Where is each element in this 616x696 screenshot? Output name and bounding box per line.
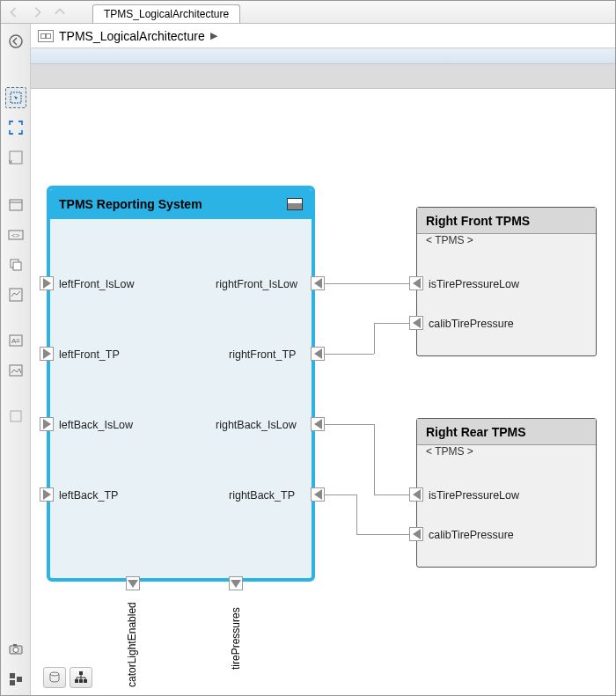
svg-point-0 xyxy=(10,35,22,48)
svg-rect-9 xyxy=(10,289,22,301)
port-tire-pressures: tirePressures xyxy=(230,607,242,670)
svg-rect-17 xyxy=(10,673,15,678)
tool-back-icon[interactable] xyxy=(5,31,26,52)
port-leftback-tp[interactable]: leftBack_TP xyxy=(59,489,118,502)
wire xyxy=(325,495,356,495)
port-in-box[interactable] xyxy=(311,347,325,361)
gray-toolbar xyxy=(31,64,615,89)
port-in-box[interactable] xyxy=(40,276,54,290)
wire xyxy=(374,323,375,354)
block-stereotype: < TPMS > xyxy=(417,234,596,252)
tool-zoom-icon[interactable] xyxy=(5,147,26,168)
tool-code-icon[interactable]: <> xyxy=(5,224,26,245)
port-rightback-tp[interactable]: rightBack_TP xyxy=(229,489,295,502)
port-out-box[interactable] xyxy=(126,576,140,590)
block-title: TPMS Reporting System xyxy=(59,197,202,211)
port-in-box[interactable] xyxy=(40,347,54,361)
port-in-box[interactable] xyxy=(311,417,325,431)
port-indicator-light: catorLightEnabled xyxy=(126,602,138,687)
tool-select-icon[interactable] xyxy=(5,87,26,108)
tool-annotation-icon[interactable]: A≡ xyxy=(5,330,26,351)
port-leftfront-islow[interactable]: leftFront_IsLow xyxy=(59,278,134,290)
svg-rect-24 xyxy=(84,679,87,683)
subsystem-icon xyxy=(287,198,303,210)
tool-copy-icon[interactable] xyxy=(5,254,26,275)
svg-point-20 xyxy=(50,672,59,676)
port-rightfront-tp[interactable]: rightFront_TP xyxy=(229,348,296,361)
svg-rect-22 xyxy=(75,679,78,683)
tool-blank-icon[interactable] xyxy=(5,406,26,427)
chevron-right-icon[interactable]: ▶ xyxy=(210,30,217,41)
svg-rect-13 xyxy=(11,411,21,421)
wire xyxy=(374,323,409,324)
port-in-box[interactable] xyxy=(40,417,54,431)
svg-rect-3 xyxy=(10,200,22,210)
wire xyxy=(374,424,375,495)
port-rf-istirepressurelow[interactable]: isTirePressureLow xyxy=(429,278,519,290)
tool-fit-icon[interactable] xyxy=(5,117,26,138)
diagram-canvas[interactable]: TPMS Reporting System leftFront_IsLow le… xyxy=(31,89,615,695)
block-header: Right Front TPMS xyxy=(417,208,596,234)
port-rf-calibtirepressure[interactable]: calibTirePressure xyxy=(429,318,514,330)
wire xyxy=(325,354,374,355)
wire xyxy=(356,495,357,534)
svg-rect-19 xyxy=(17,677,22,682)
port-in-box[interactable] xyxy=(311,276,325,290)
tool-camera-icon[interactable] xyxy=(5,639,26,660)
svg-rect-23 xyxy=(79,679,83,683)
block-title: Right Rear TPMS xyxy=(426,425,526,439)
port-rightback-islow[interactable]: rightBack_IsLow xyxy=(216,419,297,431)
svg-rect-21 xyxy=(79,671,83,675)
hierarchy-icon[interactable] xyxy=(70,667,92,688)
port-leftfront-tp[interactable]: leftFront_TP xyxy=(59,348,120,361)
block-header: Right Rear TPMS xyxy=(417,419,596,445)
nav-forward-icon[interactable] xyxy=(29,4,45,20)
wire xyxy=(325,424,374,425)
tab-architecture[interactable]: TPMS_LogicalArchitecture xyxy=(92,4,240,23)
port-out-box[interactable] xyxy=(409,316,423,330)
port-rr-istirepressurelow[interactable]: isTirePressureLow xyxy=(429,489,519,502)
breadcrumb: TPMS_LogicalArchitecture ▶ xyxy=(31,24,615,48)
block-stereotype: < TPMS > xyxy=(417,445,596,463)
svg-rect-2 xyxy=(10,151,22,164)
block-title: Right Front TPMS xyxy=(426,214,530,228)
model-icon xyxy=(38,30,54,42)
tool-image-icon[interactable] xyxy=(5,360,26,381)
port-out-box[interactable] xyxy=(409,527,423,541)
wire xyxy=(374,495,409,495)
breadcrumb-title[interactable]: TPMS_LogicalArchitecture xyxy=(59,29,205,43)
port-rr-calibtirepressure[interactable]: calibTirePressure xyxy=(429,529,514,541)
nav-up-icon[interactable] xyxy=(52,4,68,20)
tool-window-icon[interactable] xyxy=(5,194,26,216)
port-out-box[interactable] xyxy=(409,276,423,290)
port-in-box[interactable] xyxy=(311,487,325,502)
port-in-box[interactable] xyxy=(40,487,54,502)
port-leftback-islow[interactable]: leftBack_IsLow xyxy=(59,419,133,431)
tool-explorer-icon[interactable] xyxy=(5,669,26,690)
db-icon[interactable] xyxy=(43,667,66,688)
block-reporting-system[interactable]: TPMS Reporting System xyxy=(47,186,315,582)
left-toolbar: <> A≡ xyxy=(1,24,31,695)
svg-text:A≡: A≡ xyxy=(11,337,20,345)
svg-rect-16 xyxy=(13,644,17,646)
svg-rect-18 xyxy=(10,680,15,685)
top-toolbar: TPMS_LogicalArchitecture xyxy=(1,1,615,24)
port-out-box[interactable] xyxy=(229,576,243,590)
port-out-box[interactable] xyxy=(409,487,423,502)
tool-chart-icon[interactable] xyxy=(5,284,26,305)
nav-back-icon[interactable] xyxy=(6,4,22,20)
port-rightfront-islow[interactable]: rightFront_IsLow xyxy=(216,278,297,290)
svg-text:<>: <> xyxy=(11,231,20,239)
svg-point-15 xyxy=(13,648,18,653)
wire xyxy=(356,534,409,535)
block-header: TPMS Reporting System xyxy=(50,189,312,219)
canvas-bottom-icons xyxy=(43,667,92,688)
sub-toolbar xyxy=(31,48,615,64)
svg-rect-8 xyxy=(13,262,21,270)
wire xyxy=(325,283,409,284)
